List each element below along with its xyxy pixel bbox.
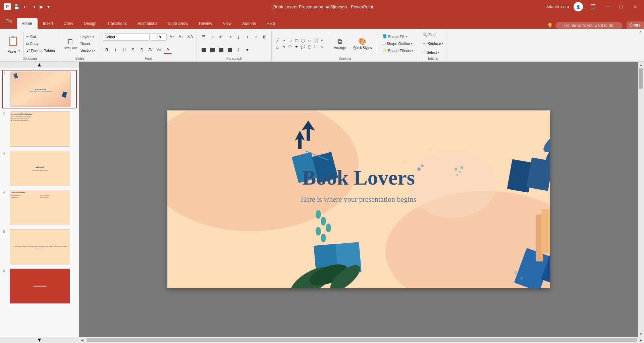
restore-window-button[interactable]: 🗖 (588, 3, 598, 10)
tab-file[interactable]: File (0, 13, 17, 29)
shape-tri[interactable]: △ (274, 44, 280, 50)
align-center-button[interactable]: ⬛ (208, 46, 216, 54)
justify-button[interactable]: ⬛ (226, 46, 234, 54)
cut-button[interactable]: ✂ Cut (24, 34, 57, 40)
section-button[interactable]: Section ▾ (79, 48, 97, 53)
shape-effects-button[interactable]: ✨ Shape Effects ▾ (381, 48, 415, 53)
user-avatar[interactable]: 👤 (574, 2, 583, 11)
slide-thumb-1[interactable]: 1 Book Lovers Here is where your present… (2, 70, 77, 108)
scroll-up-button[interactable]: ▲ (638, 62, 644, 68)
shape-rounded-rect[interactable]: ▢ (293, 37, 300, 43)
present-button[interactable]: ▶ (39, 3, 44, 10)
slide-canvas[interactable]: ✦ ✦ ✦ (167, 110, 550, 288)
qat-more-button[interactable]: ▾ (46, 3, 51, 10)
paste-label[interactable]: Paste (6, 49, 18, 54)
align-left-button[interactable]: ⬛ (200, 46, 208, 54)
close-button[interactable]: ✕ (630, 3, 640, 11)
shape-extra2[interactable]: ∿ (319, 44, 325, 50)
reset-button[interactable]: Reset (79, 41, 97, 46)
align-right-button[interactable]: ⬛ (217, 46, 225, 54)
quick-styles-button[interactable]: 🎨 Quick Styles (350, 34, 375, 54)
font-name-input[interactable] (103, 33, 150, 41)
shadow-button[interactable]: S (138, 46, 146, 54)
paste-button[interactable]: 📋 (5, 33, 21, 48)
tell-me-area[interactable]: 💡 (543, 22, 627, 29)
new-slide-button[interactable]: 🗒 New Slide (63, 36, 78, 51)
tab-slideshow[interactable]: Slide Show (163, 18, 194, 29)
slide-title[interactable]: Book Lovers (167, 166, 550, 190)
bold-button[interactable]: B (103, 46, 111, 54)
char-spacing-button[interactable]: AV (146, 46, 154, 54)
increase-font-button[interactable]: A↑ (168, 33, 176, 41)
save-button[interactable]: 💾 (13, 3, 20, 10)
font-size-input[interactable] (151, 33, 167, 41)
tab-home-visible[interactable]: Home (16, 18, 38, 29)
slide-thumb-2[interactable]: 2 Contents of This Template Here is wher… (2, 110, 77, 148)
tab-addins[interactable]: Add-ins (237, 18, 261, 29)
format-painter-button[interactable]: 🖌 Format Painter (24, 48, 57, 53)
font-color-button[interactable]: A (164, 46, 172, 54)
shape-fill-button[interactable]: 🪣 Shape Fill ▾ (381, 34, 415, 39)
hscroll-thumb[interactable] (87, 338, 637, 342)
maximize-button[interactable]: □ (617, 3, 626, 10)
scroll-thumb[interactable] (639, 68, 643, 89)
share-button[interactable]: Share (627, 21, 644, 29)
clear-format-button[interactable]: ✕A (186, 33, 194, 41)
shape-extra1[interactable]: 〔〕 (313, 44, 319, 50)
decrease-indent-button[interactable]: ⇤ (217, 33, 225, 41)
increase-indent-button[interactable]: ⇥ (226, 33, 234, 41)
shape-brace[interactable]: {} (306, 44, 312, 50)
shape-line[interactable]: ╱ (274, 37, 280, 43)
canvas-area[interactable]: ✦ ✦ ✦ (79, 62, 638, 337)
tell-me-input[interactable] (555, 22, 623, 29)
copy-button[interactable]: ⧉ Copy (24, 41, 57, 47)
arrange-button[interactable]: ⧉ Arrange (331, 34, 349, 54)
smartart-button[interactable]: ⊞ (261, 33, 269, 41)
shape-call[interactable]: 💬 (300, 44, 306, 50)
shape-star[interactable]: ★ (293, 44, 300, 50)
slide-panel-scroll-up[interactable]: ▲ (0, 62, 79, 68)
italic-button[interactable]: I (111, 46, 119, 54)
align-text-button[interactable]: ≡ (252, 33, 260, 41)
tab-transitions[interactable]: Transitions (102, 18, 132, 29)
underline-button[interactable]: U (120, 46, 128, 54)
minimize-button[interactable]: ─ (603, 3, 612, 10)
paste-dropdown-arrow[interactable]: ▾ (18, 49, 20, 54)
change-case-button[interactable]: Aa (155, 46, 163, 54)
shape-outline-button[interactable]: ▭ Shape Outline ▾ (381, 41, 415, 46)
numbering-button[interactable]: ≡ (208, 33, 216, 41)
shape-rect[interactable]: ▭ (287, 37, 293, 43)
shape-parallelogram[interactable]: ▱ (306, 37, 312, 43)
para-more-button[interactable]: ▾ (243, 46, 251, 54)
slide-thumb-3[interactable]: 3 Whoa! Lorem ipsum dolor sit amet (2, 150, 77, 187)
shape-circle[interactable]: ◯ (300, 37, 306, 43)
tab-insert[interactable]: Insert (38, 18, 58, 29)
slide-thumb-6[interactable]: 6 (2, 267, 77, 305)
ribbon-collapse-button[interactable]: ∧ (638, 29, 643, 35)
shape-arrow-right[interactable]: ⇒ (281, 44, 287, 50)
shapes-dropdown[interactable]: ▾ (319, 37, 325, 43)
find-button[interactable]: 🔍 Find (421, 32, 437, 38)
line-spacing-button[interactable]: ⇕ (234, 46, 243, 54)
tab-animations[interactable]: Animations (132, 18, 163, 29)
layout-button[interactable]: Layout ▾ (79, 34, 97, 40)
slide-panel-scroll-down[interactable]: ▼ (0, 337, 79, 343)
tab-help[interactable]: Help (261, 18, 280, 29)
slide-thumb-5[interactable]: 5 "This is a quote. Words full of wisdom… (2, 228, 77, 265)
replace-button[interactable]: ↔ Replace ▾ (421, 41, 445, 46)
scroll-down-button[interactable]: ▼ (638, 331, 644, 337)
redo-button[interactable]: ↪ (31, 3, 37, 10)
strikethrough-button[interactable]: S (129, 46, 137, 54)
tab-view[interactable]: View (217, 18, 237, 29)
bullets-button[interactable]: ☰ (200, 33, 208, 41)
select-button[interactable]: ⊹ Select ▾ (421, 49, 441, 55)
shape-pentagon[interactable]: ⬠ (287, 44, 293, 50)
decrease-font-button[interactable]: A↓ (177, 33, 185, 41)
slide-subtitle[interactable]: Here is where your presentation begins (167, 195, 550, 204)
slide-thumb-4[interactable]: 4 Table of Contents 01 Introduction 02 P… (2, 189, 77, 226)
hscroll-right-button[interactable]: ▶ (638, 337, 644, 343)
hscroll-left-button[interactable]: ◀ (79, 337, 85, 343)
tab-design[interactable]: Design (78, 18, 102, 29)
shape-more[interactable]: ⬜ (313, 37, 319, 43)
shape-arrow-line[interactable]: → (281, 37, 287, 43)
